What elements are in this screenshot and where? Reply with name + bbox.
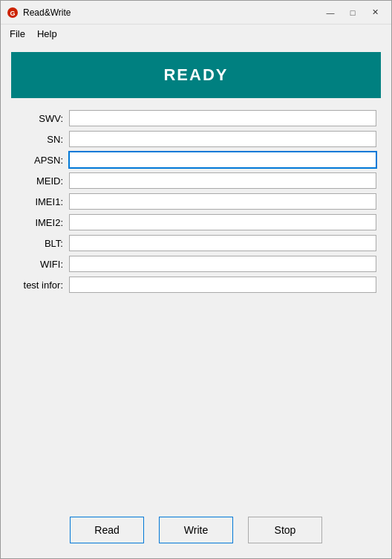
input-sn[interactable] — [69, 131, 376, 147]
input-blt[interactable] — [69, 235, 376, 251]
input-wifi[interactable] — [69, 256, 376, 272]
svg-text:G: G — [10, 10, 15, 17]
input-testinfor[interactable] — [69, 277, 376, 293]
form-row-imei2: IMEI2: — [16, 214, 376, 230]
form-row-meid: MEID: — [16, 172, 376, 189]
form-row-wifi: WIFI: — [16, 256, 376, 272]
label-imei2: IMEI2: — [16, 217, 66, 228]
input-imei2[interactable] — [69, 214, 376, 230]
label-swv: SWV: — [16, 113, 66, 124]
form-row-testinfor: test infor: — [16, 277, 376, 293]
title-bar-left: G Read&Write — [7, 7, 71, 19]
label-wifi: WIFI: — [16, 259, 66, 270]
form-row-sn: SN: — [16, 131, 376, 147]
write-button[interactable]: Write — [159, 517, 233, 543]
minimize-button[interactable]: — — [320, 5, 341, 20]
maximize-button[interactable]: □ — [342, 5, 363, 20]
stop-button[interactable]: Stop — [248, 517, 322, 543]
menu-help[interactable]: Help — [31, 26, 63, 42]
button-area: Read Write Stop — [1, 499, 391, 558]
form-area: SWV: SN: APSN: MEID: IMEI1: IMEI2: BLT: — [1, 104, 391, 499]
label-meid: MEID: — [16, 175, 66, 187]
window-title: Read&Write — [23, 7, 71, 18]
form-row-blt: BLT: — [16, 235, 376, 251]
status-banner: READY — [11, 52, 381, 98]
label-apsn: APSN: — [16, 155, 66, 166]
read-button[interactable]: Read — [70, 517, 144, 543]
input-swv[interactable] — [69, 110, 376, 126]
label-sn: SN: — [16, 134, 66, 145]
main-window: G Read&Write — □ ✕ File Help READY SWV: … — [0, 0, 392, 559]
close-button[interactable]: ✕ — [365, 5, 385, 20]
input-apsn[interactable] — [69, 152, 376, 168]
label-blt: BLT: — [16, 238, 66, 249]
input-imei1[interactable] — [69, 193, 376, 210]
title-controls: — □ ✕ — [320, 5, 385, 20]
menu-bar: File Help — [1, 25, 391, 43]
form-row-imei1: IMEI1: — [16, 193, 376, 210]
label-imei1: IMEI1: — [16, 196, 66, 207]
form-row-apsn: APSN: — [16, 152, 376, 168]
form-row-swv: SWV: — [16, 110, 376, 126]
title-bar: G Read&Write — □ ✕ — [1, 1, 391, 25]
input-meid[interactable] — [69, 172, 376, 189]
app-icon: G — [7, 7, 19, 19]
menu-file[interactable]: File — [4, 26, 31, 42]
label-testinfor: test infor: — [16, 280, 66, 291]
